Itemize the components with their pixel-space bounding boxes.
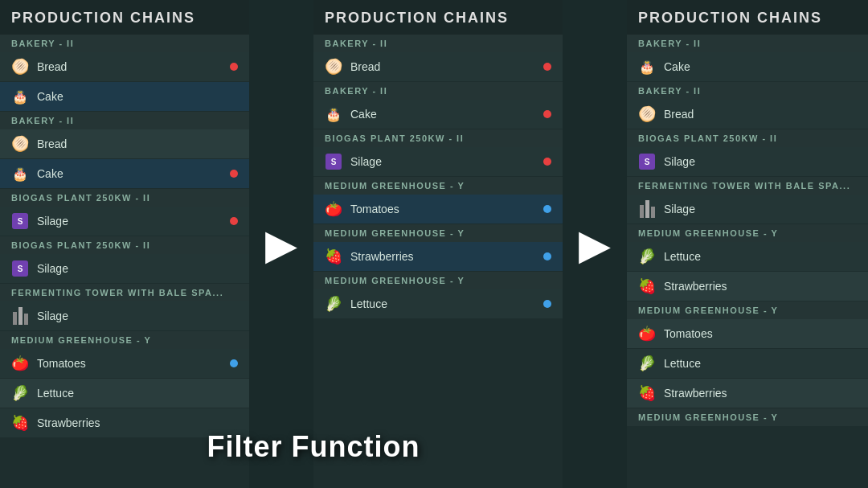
item-name: Cake: [350, 108, 543, 121]
section-header: BAKERY - II: [0, 112, 249, 129]
list-item[interactable]: S Silage: [627, 147, 868, 177]
list-item[interactable]: 🫓 Bread: [0, 129, 249, 159]
item-name: Lettuce: [664, 250, 865, 263]
list-item[interactable]: 🍅 Tomatoes: [313, 195, 563, 224]
item-name: Silage: [37, 310, 238, 322]
item-name: Bread: [37, 137, 238, 150]
arrow-icon-1: ▶: [265, 223, 297, 265]
silage-tower-icon: [638, 200, 656, 218]
silage-icon: S: [638, 153, 656, 170]
panel-title: PRODUCTION CHAINS: [627, 0, 868, 35]
panel-title: PRODUCTION CHAINS: [0, 0, 249, 35]
item-name: Silage: [664, 203, 865, 215]
section-header: BIOGAS PLANT 250KW - II: [313, 129, 563, 147]
dot-red: [543, 63, 551, 71]
section-header: BAKERY - II: [0, 35, 249, 52]
dot-red: [230, 217, 238, 225]
section-header: BAKERY - II: [627, 35, 868, 52]
tomato-icon: 🍅: [325, 200, 342, 218]
item-name: Silage: [350, 155, 543, 168]
list-item[interactable]: 🍓 Strawberries: [627, 272, 868, 301]
panel-2: PRODUCTION CHAINSBAKERY - II 🫓 Bread BAK…: [313, 0, 563, 488]
bread-icon: 🫓: [325, 58, 342, 76]
lettuce-icon: 🥬: [11, 384, 29, 402]
section-header: MEDIUM GREENHOUSE - Y: [313, 272, 563, 289]
item-name: Lettuce: [37, 387, 238, 400]
bread-icon: 🫓: [638, 105, 656, 123]
item-name: Bread: [664, 108, 865, 121]
list-item[interactable]: 🥬 Lettuce: [627, 242, 868, 272]
list-item[interactable]: 🥬 Lettuce: [313, 289, 563, 319]
strawberry-icon: 🍓: [11, 414, 29, 432]
dot-red: [543, 158, 551, 166]
arrow-1: ▶: [249, 0, 313, 488]
dot-blue: [543, 205, 551, 213]
silage-icon: S: [11, 260, 29, 277]
filter-label-area: Filter Function: [189, 430, 438, 464]
item-name: Strawberries: [37, 416, 238, 429]
silage-tower-icon: [11, 307, 29, 325]
lettuce-icon: 🥬: [638, 355, 656, 372]
silage-icon: S: [325, 153, 342, 170]
list-item[interactable]: 🎂 Cake: [627, 52, 868, 82]
dot-red: [543, 110, 551, 118]
item-name: Cake: [664, 60, 865, 73]
item-name: Lettuce: [664, 357, 865, 370]
section-header: BAKERY - II: [313, 35, 563, 52]
item-name: Cake: [37, 167, 230, 180]
bread-icon: 🫓: [11, 58, 29, 76]
cake-icon: 🎂: [325, 105, 342, 123]
list-item[interactable]: 🫓 Bread: [0, 52, 249, 82]
list-item[interactable]: 🍅 Tomatoes: [627, 319, 868, 349]
section-header: MEDIUM GREENHOUSE - Y: [627, 408, 868, 426]
lettuce-icon: 🥬: [638, 248, 656, 265]
section-header: MEDIUM GREENHOUSE - Y: [627, 224, 868, 242]
list-item[interactable]: S Silage: [0, 254, 249, 284]
arrow-icon-2: ▶: [579, 223, 611, 265]
arrow-2: ▶: [563, 0, 627, 488]
list-item[interactable]: 🫓 Bread: [313, 52, 563, 82]
tomato-icon: 🍅: [11, 355, 29, 372]
list-item[interactable]: 🎂 Cake: [313, 100, 563, 129]
list-item[interactable]: S Silage: [0, 207, 249, 236]
panel-1: PRODUCTION CHAINSBAKERY - II 🫓 Bread 🎂 C…: [0, 0, 249, 488]
main-container: PRODUCTION CHAINSBAKERY - II 🫓 Bread 🎂 C…: [0, 0, 868, 488]
list-item[interactable]: 🎂 Cake: [0, 159, 249, 189]
list-item[interactable]: Silage: [627, 195, 868, 224]
section-header: BIOGAS PLANT 250KW - II: [0, 189, 249, 207]
section-header: FERMENTING TOWER WITH BALE SPA...: [627, 177, 868, 195]
tomato-icon: 🍅: [638, 325, 656, 342]
dot-blue: [543, 300, 551, 308]
section-header: BIOGAS PLANT 250KW - II: [627, 129, 868, 147]
item-name: Strawberries: [664, 280, 865, 293]
list-item[interactable]: 🍓 Strawberries: [627, 379, 868, 408]
dot-red: [230, 170, 238, 178]
cake-icon: 🎂: [638, 58, 656, 76]
list-item[interactable]: 🍅 Tomatoes: [0, 349, 249, 379]
section-header: BIOGAS PLANT 250KW - II: [0, 236, 249, 254]
section-header: FERMENTING TOWER WITH BALE SPA...: [0, 284, 249, 301]
item-name: Lettuce: [350, 297, 543, 310]
dot-blue: [230, 359, 238, 367]
item-name: Strawberries: [350, 250, 543, 263]
cake-icon: 🎂: [11, 88, 29, 105]
item-name: Strawberries: [664, 387, 865, 400]
silage-icon: S: [11, 212, 29, 230]
list-item[interactable]: S Silage: [313, 147, 563, 177]
strawberry-icon: 🍓: [325, 248, 342, 265]
list-item[interactable]: 🍓 Strawberries: [313, 242, 563, 272]
strawberry-icon: 🍓: [638, 277, 656, 295]
list-item[interactable]: 🫓 Bread: [627, 100, 868, 129]
item-name: Bread: [350, 60, 543, 73]
section-header: MEDIUM GREENHOUSE - Y: [313, 177, 563, 195]
item-name: Tomatoes: [37, 357, 230, 370]
section-header: MEDIUM GREENHOUSE - Y: [313, 224, 563, 242]
section-header: MEDIUM GREENHOUSE - Y: [0, 331, 249, 349]
section-header: MEDIUM GREENHOUSE - Y: [627, 301, 868, 319]
list-item[interactable]: 🎂 Cake: [0, 82, 249, 112]
section-header: BAKERY - II: [627, 82, 868, 100]
list-item[interactable]: 🥬 Lettuce: [0, 379, 249, 408]
item-name: Cake: [37, 90, 238, 103]
list-item[interactable]: 🥬 Lettuce: [627, 349, 868, 379]
list-item[interactable]: Silage: [0, 301, 249, 331]
